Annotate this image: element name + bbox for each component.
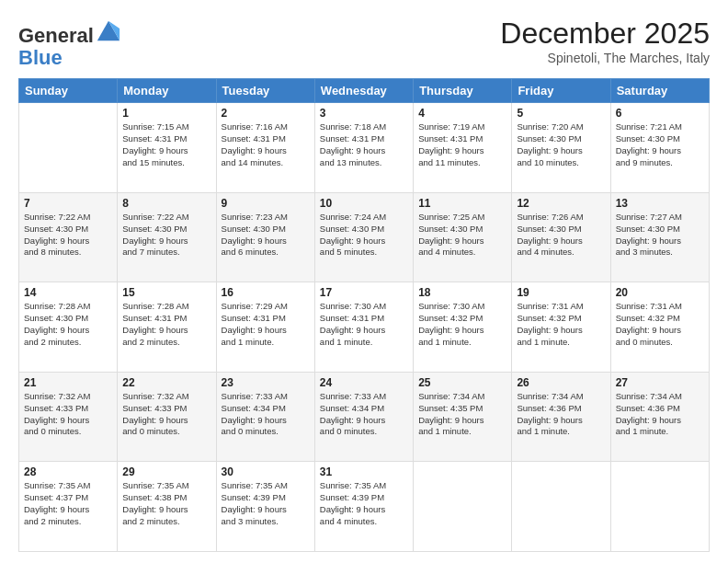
title-block: December 2025 Spinetoli, The Marches, It… xyxy=(500,17,710,65)
day-cell: 15Sunrise: 7:28 AM Sunset: 4:31 PM Dayli… xyxy=(118,282,216,373)
logo-general: General xyxy=(18,24,94,47)
calendar-table: SundayMondayTuesdayWednesdayThursdayFrid… xyxy=(18,78,710,552)
logo: General Blue xyxy=(18,17,121,69)
day-number: 27 xyxy=(616,376,704,389)
day-number: 9 xyxy=(222,197,310,210)
day-info: Sunrise: 7:35 AM Sunset: 4:39 PM Dayligh… xyxy=(320,480,408,527)
logo-blue: Blue xyxy=(18,46,63,69)
day-info: Sunrise: 7:22 AM Sunset: 4:30 PM Dayligh… xyxy=(122,212,210,259)
day-cell: 23Sunrise: 7:33 AM Sunset: 4:34 PM Dayli… xyxy=(216,372,314,462)
day-info: Sunrise: 7:33 AM Sunset: 4:34 PM Dayligh… xyxy=(222,391,310,438)
header: General Blue December 2025 Spinetoli, Th… xyxy=(18,17,710,69)
day-info: Sunrise: 7:22 AM Sunset: 4:30 PM Dayligh… xyxy=(24,212,112,259)
calendar-body: 1Sunrise: 7:15 AM Sunset: 4:31 PM Daylig… xyxy=(19,103,710,552)
day-cell: 22Sunrise: 7:32 AM Sunset: 4:33 PM Dayli… xyxy=(118,372,216,462)
day-number: 25 xyxy=(418,376,506,389)
day-number: 13 xyxy=(616,197,704,210)
day-cell xyxy=(19,103,118,193)
header-day-wednesday: Wednesday xyxy=(314,79,413,103)
day-cell: 19Sunrise: 7:31 AM Sunset: 4:32 PM Dayli… xyxy=(512,282,610,373)
day-number: 11 xyxy=(418,197,506,210)
day-info: Sunrise: 7:15 AM Sunset: 4:31 PM Dayligh… xyxy=(122,121,210,168)
day-info: Sunrise: 7:31 AM Sunset: 4:32 PM Dayligh… xyxy=(616,301,704,348)
day-cell: 31Sunrise: 7:35 AM Sunset: 4:39 PM Dayli… xyxy=(314,462,413,552)
day-number: 17 xyxy=(320,286,408,299)
header-day-monday: Monday xyxy=(118,79,216,103)
day-info: Sunrise: 7:32 AM Sunset: 4:33 PM Dayligh… xyxy=(24,391,112,438)
location-subtitle: Spinetoli, The Marches, Italy xyxy=(500,51,710,65)
day-cell: 13Sunrise: 7:27 AM Sunset: 4:30 PM Dayli… xyxy=(610,192,709,282)
page: General Blue December 2025 Spinetoli, Th… xyxy=(0,0,728,563)
day-number: 10 xyxy=(320,197,408,210)
day-info: Sunrise: 7:29 AM Sunset: 4:31 PM Dayligh… xyxy=(222,301,310,348)
day-number: 20 xyxy=(616,286,704,299)
week-row-2: 14Sunrise: 7:28 AM Sunset: 4:30 PM Dayli… xyxy=(19,282,710,373)
day-cell: 9Sunrise: 7:23 AM Sunset: 4:30 PM Daylig… xyxy=(216,192,314,282)
day-cell: 30Sunrise: 7:35 AM Sunset: 4:39 PM Dayli… xyxy=(216,462,314,552)
day-info: Sunrise: 7:21 AM Sunset: 4:30 PM Dayligh… xyxy=(616,121,704,168)
header-day-saturday: Saturday xyxy=(610,79,709,103)
day-cell: 11Sunrise: 7:25 AM Sunset: 4:30 PM Dayli… xyxy=(414,192,512,282)
day-number: 31 xyxy=(320,465,408,478)
day-number: 6 xyxy=(616,107,704,120)
day-cell: 17Sunrise: 7:30 AM Sunset: 4:31 PM Dayli… xyxy=(314,282,413,373)
day-number: 14 xyxy=(24,286,112,299)
day-cell: 7Sunrise: 7:22 AM Sunset: 4:30 PM Daylig… xyxy=(19,192,118,282)
day-number: 23 xyxy=(222,376,310,389)
header-day-thursday: Thursday xyxy=(414,79,512,103)
day-cell: 8Sunrise: 7:22 AM Sunset: 4:30 PM Daylig… xyxy=(118,192,216,282)
calendar-header: SundayMondayTuesdayWednesdayThursdayFrid… xyxy=(19,79,710,103)
day-info: Sunrise: 7:16 AM Sunset: 4:31 PM Dayligh… xyxy=(222,121,310,168)
day-cell: 6Sunrise: 7:21 AM Sunset: 4:30 PM Daylig… xyxy=(610,103,709,193)
day-cell: 18Sunrise: 7:30 AM Sunset: 4:32 PM Dayli… xyxy=(414,282,512,373)
header-day-friday: Friday xyxy=(512,79,610,103)
day-number: 30 xyxy=(222,465,310,478)
day-info: Sunrise: 7:19 AM Sunset: 4:31 PM Dayligh… xyxy=(418,121,506,168)
day-number: 19 xyxy=(517,286,605,299)
day-cell: 27Sunrise: 7:34 AM Sunset: 4:36 PM Dayli… xyxy=(610,372,709,462)
day-number: 21 xyxy=(24,376,112,389)
day-number: 8 xyxy=(122,197,210,210)
day-number: 28 xyxy=(24,465,112,478)
day-cell: 2Sunrise: 7:16 AM Sunset: 4:31 PM Daylig… xyxy=(216,103,314,193)
header-day-sunday: Sunday xyxy=(19,79,118,103)
header-day-tuesday: Tuesday xyxy=(216,79,314,103)
day-cell: 26Sunrise: 7:34 AM Sunset: 4:36 PM Dayli… xyxy=(512,372,610,462)
day-cell: 4Sunrise: 7:19 AM Sunset: 4:31 PM Daylig… xyxy=(414,103,512,193)
day-info: Sunrise: 7:18 AM Sunset: 4:31 PM Dayligh… xyxy=(320,121,408,168)
day-info: Sunrise: 7:35 AM Sunset: 4:38 PM Dayligh… xyxy=(122,480,210,527)
day-info: Sunrise: 7:30 AM Sunset: 4:31 PM Dayligh… xyxy=(320,301,408,348)
day-info: Sunrise: 7:33 AM Sunset: 4:34 PM Dayligh… xyxy=(320,391,408,438)
day-number: 1 xyxy=(122,107,210,120)
day-cell: 28Sunrise: 7:35 AM Sunset: 4:37 PM Dayli… xyxy=(19,462,118,552)
logo-icon xyxy=(96,17,121,42)
day-cell: 10Sunrise: 7:24 AM Sunset: 4:30 PM Dayli… xyxy=(314,192,413,282)
day-info: Sunrise: 7:35 AM Sunset: 4:37 PM Dayligh… xyxy=(24,480,112,527)
week-row-1: 7Sunrise: 7:22 AM Sunset: 4:30 PM Daylig… xyxy=(19,192,710,282)
day-cell: 21Sunrise: 7:32 AM Sunset: 4:33 PM Dayli… xyxy=(19,372,118,462)
day-number: 5 xyxy=(517,107,605,120)
day-info: Sunrise: 7:34 AM Sunset: 4:36 PM Dayligh… xyxy=(616,391,704,438)
day-number: 18 xyxy=(418,286,506,299)
day-info: Sunrise: 7:26 AM Sunset: 4:30 PM Dayligh… xyxy=(517,212,605,259)
day-info: Sunrise: 7:35 AM Sunset: 4:39 PM Dayligh… xyxy=(222,480,310,527)
day-cell: 16Sunrise: 7:29 AM Sunset: 4:31 PM Dayli… xyxy=(216,282,314,373)
day-cell: 20Sunrise: 7:31 AM Sunset: 4:32 PM Dayli… xyxy=(610,282,709,373)
day-info: Sunrise: 7:24 AM Sunset: 4:30 PM Dayligh… xyxy=(320,212,408,259)
day-number: 16 xyxy=(222,286,310,299)
month-title: December 2025 xyxy=(500,17,710,51)
day-number: 2 xyxy=(222,107,310,120)
day-number: 22 xyxy=(122,376,210,389)
day-cell xyxy=(512,462,610,552)
week-row-3: 21Sunrise: 7:32 AM Sunset: 4:33 PM Dayli… xyxy=(19,372,710,462)
day-cell: 14Sunrise: 7:28 AM Sunset: 4:30 PM Dayli… xyxy=(19,282,118,373)
day-number: 24 xyxy=(320,376,408,389)
logo-text: General Blue xyxy=(18,17,121,69)
week-row-0: 1Sunrise: 7:15 AM Sunset: 4:31 PM Daylig… xyxy=(19,103,710,193)
day-cell: 5Sunrise: 7:20 AM Sunset: 4:30 PM Daylig… xyxy=(512,103,610,193)
week-row-4: 28Sunrise: 7:35 AM Sunset: 4:37 PM Dayli… xyxy=(19,462,710,552)
day-info: Sunrise: 7:20 AM Sunset: 4:30 PM Dayligh… xyxy=(517,121,605,168)
day-info: Sunrise: 7:32 AM Sunset: 4:33 PM Dayligh… xyxy=(122,391,210,438)
day-info: Sunrise: 7:34 AM Sunset: 4:36 PM Dayligh… xyxy=(517,391,605,438)
day-number: 4 xyxy=(418,107,506,120)
